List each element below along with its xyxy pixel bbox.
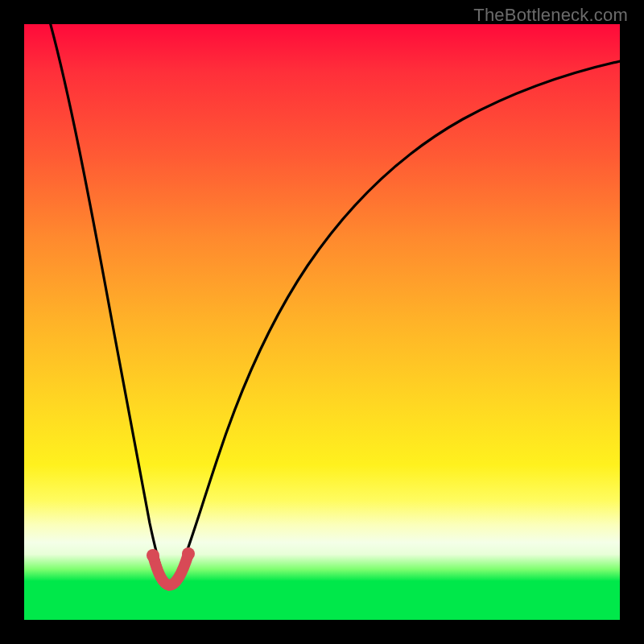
trough-marker-left (147, 549, 159, 562)
bottleneck-curve (48, 24, 620, 582)
trough-marker-right (182, 547, 195, 560)
chart-frame: TheBottleneck.com (0, 0, 644, 644)
plot-area (24, 24, 620, 620)
watermark-text: TheBottleneck.com (473, 5, 628, 26)
curve-layer (24, 24, 620, 620)
